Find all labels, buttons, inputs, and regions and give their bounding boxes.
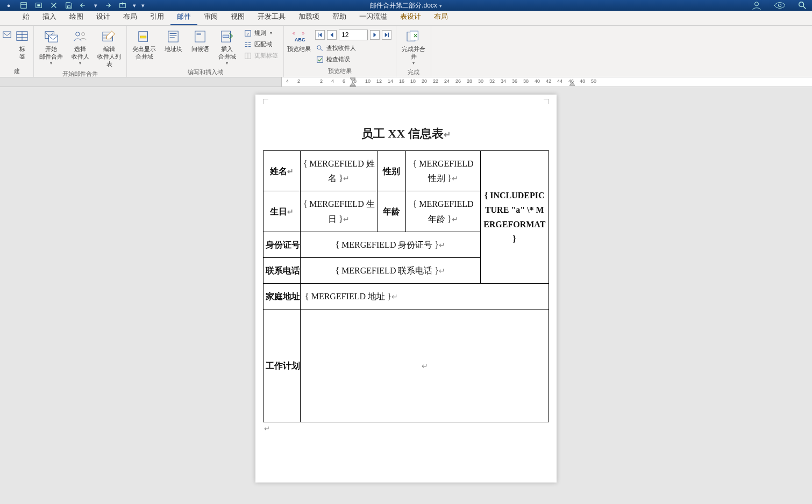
cell-field-gender[interactable]: { MERGEFIELD 性别 }↵ (406, 151, 480, 191)
page-title: 员工 XX 信息表↵ (263, 126, 549, 142)
ruler-tick: 18 (410, 78, 416, 84)
search-icon[interactable] (798, 1, 807, 10)
cell-label-name: 姓名↵ (263, 151, 301, 191)
titlebar-right (752, 1, 807, 10)
tab-yishan[interactable]: 一闪流溢 (353, 9, 394, 25)
highlight-merge-fields-button[interactable]: 突出显示 合并域 (129, 27, 159, 62)
edit-recipients-icon (101, 29, 117, 44)
tab-references[interactable]: 引用 (144, 9, 170, 25)
qat-icon-2[interactable] (33, 1, 44, 10)
title-dropdown-icon[interactable]: ▾ (439, 3, 442, 9)
greeting-line-button[interactable]: 问候语 (187, 27, 213, 54)
update-labels-button: 更新标签 (242, 51, 280, 61)
cell-field-picture[interactable]: { INCLUDEPICTURE "a" \* MERGEFORMAT } (480, 151, 549, 284)
select-recipients-button[interactable]: 选择 收件人 ▾ (67, 27, 93, 67)
cell-label-workplan: 工作计划 (263, 309, 301, 422)
svg-rect-24 (168, 31, 178, 42)
finish-merge-icon (405, 29, 422, 44)
tab-developer[interactable]: 开发工具 (251, 9, 292, 25)
last-record-button[interactable] (382, 30, 391, 40)
tab-view[interactable]: 视图 (224, 9, 251, 25)
svg-rect-0 (21, 3, 27, 9)
qat-icon-1[interactable] (18, 1, 29, 10)
start-mail-merge-button[interactable]: 开始 邮件合并 ▾ (36, 27, 66, 67)
cell-label-birthday: 生日↵ (263, 191, 301, 232)
paragraph-mark: ↵ (263, 422, 549, 435)
labels-icon (14, 29, 30, 44)
prev-record-button[interactable] (327, 30, 337, 40)
group-write-label: 编写和插入域 (129, 67, 281, 78)
qat-customize-icon[interactable]: ▾ (141, 1, 145, 10)
user-avatar-icon[interactable] (752, 1, 761, 10)
update-labels-icon (244, 52, 252, 60)
greeting-label: 问候语 (191, 46, 209, 53)
tab-table-design[interactable]: 表设计 (394, 9, 428, 25)
tab-addins[interactable]: 加载项 (292, 9, 326, 25)
chevron-down-icon: ▾ (50, 61, 52, 66)
tab-help[interactable]: 帮助 (326, 9, 353, 25)
horizontal-ruler[interactable]: 4224681012141618202224262830323436384042… (0, 77, 812, 87)
tab-insert[interactable]: 插入 (36, 9, 63, 25)
save-icon[interactable] (63, 1, 74, 10)
ruler-tick: 40 (535, 78, 540, 84)
record-number-input[interactable] (339, 30, 368, 40)
svg-rect-46 (350, 86, 355, 87)
quick-access-toolbar: ● ▾ ▾ ▾ (0, 1, 145, 10)
address-block-button[interactable]: 地址块 (160, 27, 186, 54)
undo-icon[interactable] (79, 1, 89, 10)
cell-field-workplan[interactable]: ↵ (301, 309, 549, 422)
qat-share-dropdown-icon[interactable]: ▾ (132, 1, 137, 10)
tab-table-layout[interactable]: 布局 (428, 9, 454, 25)
edit-recipients-button[interactable]: 编辑 收件人列表 (94, 27, 124, 69)
titlebar-icon-2[interactable] (773, 1, 786, 10)
ruler-gutter (0, 77, 282, 87)
undo-dropdown-icon[interactable]: ▾ (94, 1, 98, 10)
tab-design[interactable]: 设计 (90, 9, 117, 25)
ruler-tick: 14 (388, 78, 393, 84)
tab-review[interactable]: 审阅 (197, 9, 224, 25)
svg-rect-31 (223, 35, 229, 38)
preview-results-button[interactable]: «»ABC 预览结果 (286, 27, 312, 54)
document-area[interactable]: 员工 XX 信息表↵ 姓名↵ { MERGEFIELD 姓名 }↵ 性别 { M… (0, 87, 812, 504)
redo-icon[interactable] (102, 1, 113, 10)
find-recipient-button[interactable]: 查找收件人 (314, 43, 393, 53)
finish-merge-button[interactable]: 完成并合并 ▾ (398, 27, 429, 67)
cell-field-phone[interactable]: { MERGEFIELD 联系电话 }↵ (301, 257, 481, 283)
tab-draw[interactable]: 绘图 (63, 9, 90, 25)
check-errors-button[interactable]: 检查错误 (314, 54, 393, 64)
ruler-tick: 38 (523, 78, 529, 84)
cell-field-idno[interactable]: { MERGEFIELD 身份证号 }↵ (301, 232, 481, 257)
address-block-label: 地址块 (165, 46, 182, 53)
svg-rect-4 (67, 6, 70, 8)
cell-field-age[interactable]: { MERGEFIELD 年龄 }↵ (406, 191, 480, 232)
autosave-toggle-icon[interactable]: ● (3, 1, 14, 10)
labels-button[interactable]: 标 签 (13, 27, 31, 62)
match-fields-button[interactable]: 匹配域 (242, 39, 280, 49)
tab-layout[interactable]: 布局 (117, 9, 144, 25)
rules-button[interactable]: ? 规则 ▾ (242, 28, 280, 38)
title-bar: ● ▾ ▾ ▾ 邮件合并第二部分.docx▾ (0, 0, 812, 11)
envelopes-button[interactable] (2, 27, 12, 47)
ruler-tick: 12 (376, 78, 382, 84)
update-labels-label: 更新标签 (254, 52, 278, 60)
ruler-tick: 2 (320, 78, 323, 84)
heading-prefix: 员工 (361, 127, 388, 140)
qat-icon-3[interactable] (48, 1, 59, 10)
ribbon: 标 签 建 开始 邮件合并 ▾ 选择 收件人 ▾ 编辑 收件人列表 开始邮件合并 (0, 26, 812, 77)
cell-field-name[interactable]: { MERGEFIELD 姓名 }↵ (301, 151, 377, 191)
heading-suffix: 信息表 (405, 127, 444, 140)
ruler-tick: 48 (580, 78, 585, 84)
cell-field-address[interactable]: { MERGEFIELD 地址 }↵ (301, 284, 549, 309)
svg-rect-10 (3, 32, 11, 38)
ribbon-group-create: 标 签 建 (0, 26, 34, 77)
cell-field-birthday[interactable]: { MERGEFIELD 生日 }↵ (301, 191, 377, 232)
tab-home[interactable]: 始 (16, 9, 36, 25)
qat-share-icon[interactable] (117, 1, 128, 10)
svg-rect-16 (48, 35, 58, 42)
first-record-button[interactable] (315, 30, 325, 40)
ribbon-group-write-insert: 突出显示 合并域 地址块 问候语 插入 合并域 ▾ ? 规则 ▾ (127, 26, 284, 77)
insert-merge-field-button[interactable]: 插入 合并域 ▾ (214, 27, 240, 67)
tab-mailings[interactable]: 邮件 (170, 9, 197, 25)
next-record-button[interactable] (370, 30, 380, 40)
chevron-down-icon: ▾ (226, 61, 228, 66)
